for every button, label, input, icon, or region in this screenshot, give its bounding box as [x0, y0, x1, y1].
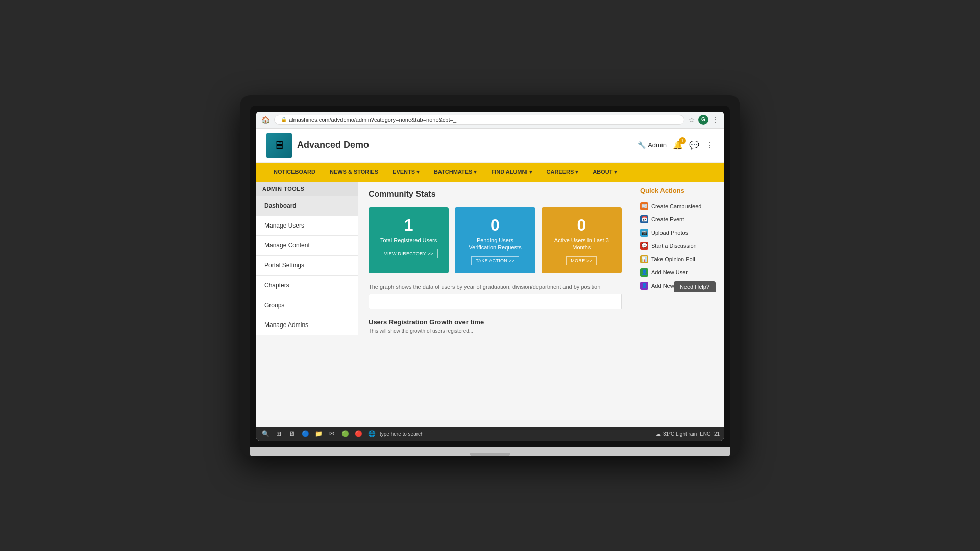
create-campusfeed-button[interactable]: 📰 Create Campusfeed [640, 199, 716, 213]
taskbar-icon-3[interactable]: 🔵 [300, 429, 310, 439]
admin-button[interactable]: 🔧 Admin [638, 141, 667, 149]
browser-actions: ☆ G ⋮ [689, 115, 719, 125]
view-directory-button[interactable]: VIEW DIRECTORY >> [380, 249, 438, 258]
more-button[interactable]: MORE >> [566, 256, 597, 265]
browser-profile[interactable]: G [698, 115, 708, 125]
taskbar-icon-1[interactable]: ⊞ [274, 429, 284, 439]
site-header: Advanced Demo 🔧 Admin 🔔 1 💬 ⋮ [256, 129, 724, 163]
site-name: Advanced Demo [297, 140, 369, 151]
taskbar-search-text: type here to search [380, 431, 424, 437]
growth-title: Users Registration Growth over time [369, 314, 622, 328]
main-layout: ADMIN TOOLS Dashboard Manage Users Manag… [256, 182, 724, 427]
active-users-number: 0 [550, 215, 614, 235]
taskbar-right: ☁ 31°C Light rain ENG 21 [656, 431, 720, 437]
chevron-down-icon: ▾ [575, 169, 578, 176]
start-discussion-button[interactable]: 💬 Start a Discussion [640, 239, 716, 253]
growth-note: This will show the growth of users regis… [369, 328, 622, 334]
wrench-icon: 🔧 [638, 141, 646, 149]
discussion-icon: 💬 [640, 242, 648, 250]
registered-users-label: Total Registered Users [377, 237, 440, 244]
pending-users-label: Pending Users Verification Requests [463, 237, 527, 252]
notification-button[interactable]: 🔔 1 [673, 140, 683, 150]
sidebar: ADMIN TOOLS Dashboard Manage Users Manag… [256, 182, 358, 427]
header-right: 🔧 Admin 🔔 1 💬 ⋮ [638, 140, 714, 150]
take-action-button[interactable]: TAKE ACTION >> [471, 256, 519, 265]
sidebar-item-dashboard[interactable]: Dashboard [256, 196, 358, 216]
taskbar-icon-8[interactable]: 🌐 [366, 429, 377, 439]
nav-bar: NOTICEBOARD NEWS & STORIES EVENTS ▾ BATC… [256, 163, 724, 182]
create-event-button[interactable]: 📅 Create Event [640, 213, 716, 226]
message-icon[interactable]: 💬 [689, 140, 699, 150]
star-icon[interactable]: ☆ [689, 116, 695, 124]
content-area: Community Stats 1 Total Registered Users… [358, 182, 632, 427]
more-icon[interactable]: ⋮ [712, 116, 719, 124]
quick-actions-title: Quick Actions [640, 187, 716, 194]
nav-batchmates[interactable]: BATCHMATES ▾ [427, 163, 484, 182]
taskbar-icon-7[interactable]: 🔴 [353, 429, 363, 439]
taskbar-left: 🔍 ⊞ 🖥 🔵 📁 ✉ 🟢 🔴 🌐 type here to search [260, 429, 424, 439]
camera-icon: 📷 [640, 229, 648, 237]
stats-row: 1 Total Registered Users VIEW DIRECTORY … [369, 207, 622, 274]
graph-note: The graph shows the data of users by yea… [369, 284, 622, 290]
taskbar: 🔍 ⊞ 🖥 🔵 📁 ✉ 🟢 🔴 🌐 type here to search ☁ … [256, 427, 724, 441]
sidebar-item-chapters[interactable]: Chapters [256, 276, 358, 295]
upload-photos-button[interactable]: 📷 Upload Photos [640, 226, 716, 239]
weather-text: 31°C Light rain [663, 431, 697, 437]
stat-card-pending-users[interactable]: 0 Pending Users Verification Requests TA… [455, 207, 535, 274]
nav-careers[interactable]: CAREERS ▾ [540, 163, 586, 182]
taskbar-language: ENG [700, 431, 711, 437]
taskbar-icon-6[interactable]: 🟢 [340, 429, 350, 439]
add-admin-icon: 👤 [640, 282, 648, 290]
laptop-base [250, 447, 730, 456]
site-logo: Advanced Demo [266, 133, 369, 158]
lock-icon: 🔒 [281, 117, 287, 122]
weather-info: ☁ 31°C Light rain [656, 431, 697, 437]
taskbar-time: 21 [714, 431, 720, 437]
taskbar-icon-2[interactable]: 🖥 [287, 429, 297, 439]
nav-find-alumni[interactable]: FIND ALUMNI ▾ [484, 163, 539, 182]
sidebar-item-manage-content[interactable]: Manage Content [256, 236, 358, 256]
active-users-label: Active Users In Last 3 Months [550, 237, 614, 252]
notification-badge: 1 [679, 137, 686, 144]
sidebar-item-portal-settings[interactable]: Portal Settings [256, 256, 358, 276]
address-bar[interactable]: 🔒 almashines.com/advdemo/admin?category=… [274, 115, 684, 125]
nav-about[interactable]: ABOUT ▾ [585, 163, 624, 182]
url-text: almashines.com/advdemo/admin?category=no… [289, 117, 456, 123]
poll-icon: 📊 [640, 255, 648, 263]
logo-image [266, 133, 292, 158]
graph-section: The graph shows the data of users by yea… [369, 284, 622, 334]
add-user-icon: 👤 [640, 268, 648, 277]
quick-actions-panel: Quick Actions 📰 Create Campusfeed 📅 Crea… [632, 182, 724, 427]
browser-bar: 🏠 🔒 almashines.com/advdemo/admin?categor… [256, 112, 724, 129]
taskbar-icon-5[interactable]: ✉ [327, 429, 337, 439]
home-icon[interactable]: 🏠 [261, 116, 270, 124]
weather-icon: ☁ [656, 431, 661, 437]
sidebar-item-groups[interactable]: Groups [256, 295, 358, 315]
nav-events[interactable]: EVENTS ▾ [385, 163, 427, 182]
sidebar-section-title: ADMIN TOOLS [256, 182, 358, 196]
campusfeed-icon: 📰 [640, 202, 648, 210]
nav-noticeboard[interactable]: NOTICEBOARD [266, 163, 323, 181]
registered-users-number: 1 [377, 215, 440, 235]
need-help-button[interactable]: Need Help? [674, 281, 716, 292]
sidebar-item-manage-users[interactable]: Manage Users [256, 216, 358, 236]
take-opinion-poll-button[interactable]: 📊 Take Opinion Poll [640, 253, 716, 266]
sidebar-item-manage-admins[interactable]: Manage Admins [256, 315, 358, 335]
nav-news-stories[interactable]: NEWS & STORIES [323, 163, 385, 181]
stat-card-registered-users[interactable]: 1 Total Registered Users VIEW DIRECTORY … [369, 207, 449, 274]
chevron-down-icon: ▾ [614, 169, 617, 176]
pending-users-number: 0 [463, 215, 527, 235]
taskbar-icon-4[interactable]: 📁 [313, 429, 324, 439]
menu-dots-icon[interactable]: ⋮ [705, 140, 714, 150]
event-icon: 📅 [640, 215, 648, 223]
graph-placeholder [369, 294, 622, 309]
add-new-user-button[interactable]: 👤 Add New User [640, 266, 716, 279]
search-taskbar-icon[interactable]: 🔍 [260, 429, 271, 439]
chevron-down-icon: ▾ [529, 169, 532, 176]
stat-card-active-users[interactable]: 0 Active Users In Last 3 Months MORE >> [542, 207, 622, 274]
admin-text: Admin [648, 141, 667, 149]
chevron-down-icon: ▾ [416, 169, 420, 176]
community-stats-title: Community Stats [369, 190, 622, 199]
chevron-down-icon: ▾ [474, 169, 477, 176]
